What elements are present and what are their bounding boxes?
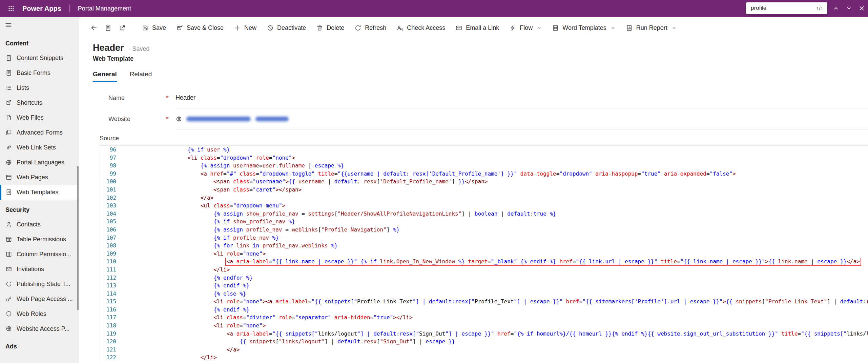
code-line-103: 103 <ul class="dropdown-menu"> <box>99 202 868 210</box>
sidebar-item-label: Web Link Sets <box>17 144 56 151</box>
sidebar-item-label: Web Pages <box>17 174 48 181</box>
sidebar-item-web-files[interactable]: Web Files <box>0 110 79 125</box>
sidebar-item-label: Content Snippets <box>17 55 63 62</box>
environment-name[interactable]: Portal Management <box>78 5 131 12</box>
main-content: SaveSave & CloseNewDeactivateDeleteRefre… <box>79 17 868 363</box>
sidebar-item-shortcuts[interactable]: Shortcuts <box>0 95 79 110</box>
sidebar-item-web-roles[interactable]: Web Roles <box>0 306 79 321</box>
code-line-105: 105 {% if show_profile_nav %} <box>99 218 868 226</box>
command-label: Save <box>152 24 166 32</box>
form-section: Name*HeaderWebsite* Source 96 {% if user… <box>99 87 868 363</box>
save-button[interactable]: Save <box>137 20 171 35</box>
word-templates-button[interactable]: Word Templates <box>547 20 620 35</box>
check-access-button[interactable]: Check Access <box>391 20 450 35</box>
sidebar-item-invitations[interactable]: Invitations <box>0 262 79 277</box>
record-status: - Saved <box>129 45 150 53</box>
sidebar-item-label: Table Permissions <box>17 236 66 243</box>
collapse-sitemap-button[interactable] <box>0 17 15 33</box>
line-number: 122 <box>99 354 116 362</box>
email-a-link-button[interactable]: Email a Link <box>450 20 504 35</box>
sidebar-item-contacts[interactable]: Contacts <box>0 217 79 232</box>
code-line-106: 106 {% assign profile_nav = weblinks["Pr… <box>99 226 868 234</box>
sidebar-item-label: Basic Forms <box>17 69 50 77</box>
command-items: SaveSave & CloseNewDeactivateDeleteRefre… <box>137 17 682 39</box>
line-number: 112 <box>99 274 116 282</box>
field-value-name[interactable]: Header <box>175 87 868 108</box>
sidebar-scrollbar[interactable] <box>77 166 79 310</box>
sidebar-item-web-link-sets[interactable]: Web Link Sets <box>0 140 79 155</box>
entity-type-label: Web Template <box>93 55 868 62</box>
sidebar-item-label: Advanced Forms <box>17 129 63 136</box>
source-code-editor[interactable]: 96 {% if user %}97 <li class="dropdown" … <box>99 145 868 363</box>
sidebar-item-label: Lists <box>17 84 29 92</box>
sidebar-item-web-templates[interactable]: Web Templates <box>0 185 79 200</box>
field-value-website[interactable] <box>175 108 868 129</box>
run-report-button[interactable]: Run Report <box>621 20 682 35</box>
delete-button[interactable]: Delete <box>311 20 349 35</box>
snippet-icon <box>5 55 12 61</box>
code-line-119: 119 <a aria-label="{{ snippets["links/lo… <box>99 330 868 338</box>
line-number: 114 <box>99 290 116 298</box>
find-next-button[interactable] <box>844 4 853 13</box>
web-role-icon <box>5 310 12 317</box>
sidebar-item-advanced-forms[interactable]: Advanced Forms <box>0 125 79 140</box>
back-button[interactable] <box>87 20 101 35</box>
publishing-state-icon <box>5 281 12 287</box>
code-line-107: 107 {% if profile_nav %} <box>99 234 868 242</box>
sidebar-item-website-access-p[interactable]: Website Access P... <box>0 321 79 336</box>
chevron-up-icon <box>833 5 839 12</box>
find-input[interactable]: profile 1/1 <box>746 2 827 14</box>
app-launcher-button[interactable] <box>5 2 18 15</box>
deactivate-button[interactable]: Deactivate <box>262 20 311 35</box>
save-close-button[interactable]: Save & Close <box>171 20 229 35</box>
sidebar-item-lists[interactable]: Lists <box>0 80 79 95</box>
new-button[interactable]: New <box>229 20 262 35</box>
save-close-icon <box>176 24 183 32</box>
line-number: 120 <box>99 338 116 346</box>
command-label: Save & Close <box>187 24 224 32</box>
code-line-118: 118 <li role="none"> <box>99 322 868 330</box>
app-launcher-icon <box>7 5 15 12</box>
line-number: 107 <box>99 234 116 242</box>
sidebar-item-publishing-state-t[interactable]: Publishing State T... <box>0 277 79 291</box>
deactivate-icon <box>267 24 274 32</box>
app-name[interactable]: Power Apps <box>22 5 61 13</box>
record-header: Header - Saved Web Template <box>79 39 868 62</box>
file-icon <box>5 114 12 121</box>
sidebar-item-web-page-access[interactable]: Web Page Access ... <box>0 291 79 306</box>
chevron-down-icon[interactable] <box>537 25 542 31</box>
code-line-97: 97 <li class="dropdown" role="none"> <box>99 154 868 162</box>
line-number: 115 <box>99 298 116 306</box>
table-permission-icon <box>5 236 12 243</box>
sidebar-item-label: Invitations <box>17 266 44 273</box>
sidebar-item-label: Web Roles <box>17 310 46 318</box>
refresh-button[interactable]: Refresh <box>349 20 391 35</box>
sidebar-item-label: Portal Languages <box>17 159 64 166</box>
find-previous-button[interactable] <box>831 4 840 13</box>
required-asterisk: * <box>166 94 175 102</box>
code-line-117: 117 <li class="divider" role="separator"… <box>99 314 868 322</box>
code-line-104: 104 {% assign show_profile_nav = setting… <box>99 210 868 218</box>
sidebar-item-content-snippets[interactable]: Content Snippets <box>0 51 79 65</box>
line-number: 108 <box>99 242 116 250</box>
tab-general[interactable]: General <box>93 70 117 82</box>
sidebar-item-column-permissio[interactable]: Column Permissio... <box>0 247 79 262</box>
record-set-icon <box>104 24 112 32</box>
chevron-down-icon[interactable] <box>611 25 616 31</box>
flow-button[interactable]: Flow <box>504 20 547 35</box>
field-row-name: Name*Header <box>99 87 868 108</box>
sidebar-item-label: Shortcuts <box>17 99 42 106</box>
code-line-98: 98 {% assign username=user.fullname | es… <box>99 162 868 170</box>
chevron-down-icon[interactable] <box>671 25 677 31</box>
record-set-button[interactable] <box>101 20 115 35</box>
page-title: Header <box>93 43 124 53</box>
find-close-button[interactable] <box>857 4 866 13</box>
sidebar-item-table-permissions[interactable]: Table Permissions <box>0 232 79 247</box>
sidebar-item-web-pages[interactable]: Web Pages <box>0 170 79 185</box>
sidebar-item-portal-languages[interactable]: Portal Languages <box>0 155 79 170</box>
popout-button[interactable] <box>115 20 129 35</box>
sidebar-item-basic-forms[interactable]: Basic Forms <box>0 65 79 80</box>
tab-related[interactable]: Related <box>130 70 152 82</box>
field-label: Name <box>108 95 166 102</box>
command-label: Flow <box>520 24 533 32</box>
